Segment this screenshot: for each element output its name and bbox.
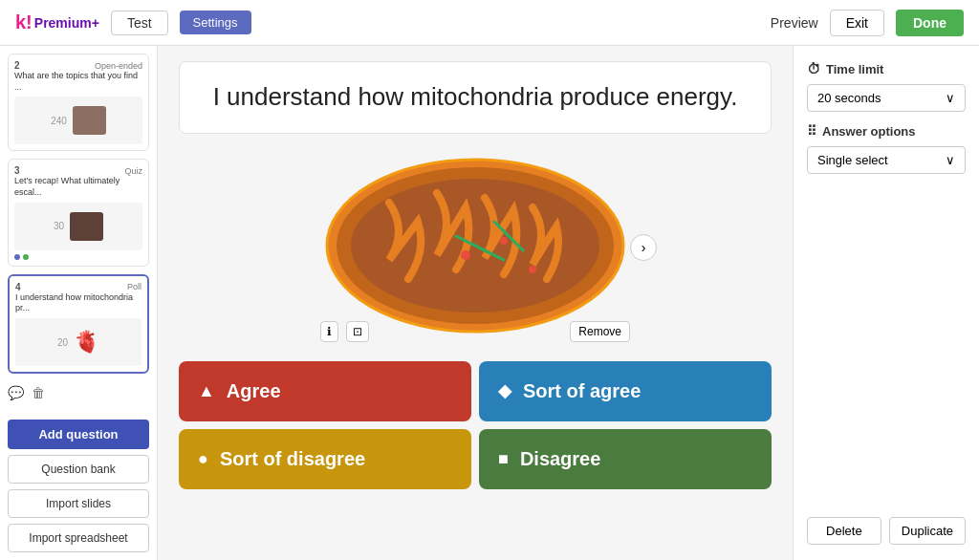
time-limit-chevron-icon: ∨ bbox=[946, 91, 955, 105]
slide-thumb-4: 20 🫀 bbox=[15, 318, 141, 366]
mitochondria-image bbox=[313, 145, 638, 346]
answer-options-label: Answer options bbox=[822, 124, 916, 139]
sort-disagree-icon: ● bbox=[198, 449, 208, 469]
slide-item-4[interactable]: 4 Poll I understand how mitochondria pr.… bbox=[8, 274, 149, 374]
logo: k! Premium+ bbox=[15, 11, 99, 33]
question-text: I understand how mitochondria produce en… bbox=[208, 81, 742, 114]
next-chevron[interactable]: › bbox=[630, 234, 657, 261]
slide-type-4: Poll bbox=[127, 282, 141, 291]
main-content: I understand how mitochondria produce en… bbox=[158, 46, 793, 560]
slide-type-2: Open-ended bbox=[95, 61, 142, 71]
duplicate-button[interactable]: Duplicate bbox=[889, 517, 966, 545]
answer-options-section: ⠿ Answer options Single select ∨ bbox=[807, 123, 966, 174]
svg-point-3 bbox=[461, 250, 470, 260]
delete-button[interactable]: Delete bbox=[807, 517, 881, 545]
disagree-label: Disagree bbox=[520, 448, 601, 470]
settings-button[interactable]: Settings bbox=[180, 11, 251, 34]
chat-icon[interactable]: 💬 bbox=[8, 385, 24, 400]
slide-item-3[interactable]: 3 Quiz Let's recap! What ultimately esca… bbox=[8, 159, 149, 266]
sort-agree-label: Sort of agree bbox=[523, 380, 641, 402]
question-bank-button[interactable]: Question bank bbox=[8, 455, 149, 484]
right-panel: ⏱ Time limit 20 seconds ∨ ⠿ Answer optio… bbox=[793, 46, 979, 560]
disagree-icon: ■ bbox=[498, 449, 509, 469]
remove-button[interactable]: Remove bbox=[570, 321, 630, 342]
slide-text-3: Let's recap! What ultimately escal... bbox=[14, 176, 142, 198]
sidebar: 2 Open-ended What are the topics that yo… bbox=[0, 46, 158, 560]
slide-number-4: 4 bbox=[15, 282, 21, 292]
clock-icon: ⏱ bbox=[807, 61, 820, 76]
slide-thumb-2: 240 bbox=[14, 97, 142, 144]
media-wrapper: ℹ ⊡ Remove › bbox=[313, 145, 638, 350]
add-question-button[interactable]: Add question bbox=[8, 420, 149, 449]
answer-agree-button[interactable]: ▲ Agree bbox=[179, 361, 471, 421]
exit-button[interactable]: Exit bbox=[830, 10, 884, 36]
done-button[interactable]: Done bbox=[896, 10, 964, 36]
info-button[interactable]: ℹ bbox=[320, 321, 338, 342]
options-icon: ⠿ bbox=[807, 123, 816, 139]
svg-point-4 bbox=[500, 237, 508, 245]
logo-k: k! bbox=[15, 11, 33, 33]
answer-sort-disagree-button[interactable]: ● Sort of disagree bbox=[179, 429, 471, 489]
time-limit-value: 20 seconds bbox=[817, 91, 881, 105]
slide-text-4: I understand how mitochondria pr... bbox=[15, 292, 141, 314]
slide-type-3: Quiz bbox=[124, 166, 142, 176]
slide-number-2: 2 bbox=[14, 60, 20, 71]
slide-item-2[interactable]: 2 Open-ended What are the topics that yo… bbox=[8, 54, 149, 151]
answer-sort-agree-button[interactable]: ◆ Sort of agree bbox=[479, 361, 772, 421]
time-limit-section: ⏱ Time limit 20 seconds ∨ bbox=[807, 61, 966, 112]
import-spreadsheet-button[interactable]: Import spreadsheet bbox=[8, 524, 149, 552]
answer-disagree-button[interactable]: ■ Disagree bbox=[479, 429, 772, 489]
sidebar-icons: 💬 🗑 bbox=[8, 381, 149, 404]
svg-point-5 bbox=[529, 266, 536, 273]
answer-options-dropdown[interactable]: Single select ∨ bbox=[807, 146, 966, 174]
trash-icon[interactable]: 🗑 bbox=[32, 385, 45, 400]
crop-button[interactable]: ⊡ bbox=[346, 321, 369, 342]
sort-agree-icon: ◆ bbox=[498, 380, 511, 401]
logo-premium-text: Premium+ bbox=[34, 15, 99, 31]
answer-options-chevron-icon: ∨ bbox=[946, 153, 955, 167]
answer-options-value: Single select bbox=[817, 153, 888, 167]
slide-thumb-3: 30 bbox=[14, 203, 142, 250]
media-controls: ℹ ⊡ bbox=[320, 321, 369, 342]
slide-number-3: 3 bbox=[14, 165, 20, 176]
preview-button[interactable]: Preview bbox=[771, 15, 818, 31]
answers-grid: ▲ Agree ◆ Sort of agree ● Sort of disagr… bbox=[179, 361, 772, 489]
slide-text-2: What are the topics that you find ... bbox=[14, 71, 142, 93]
sidebar-actions: Add question Question bank Import slides… bbox=[8, 420, 149, 552]
agree-icon: ▲ bbox=[198, 381, 215, 401]
import-slides-button[interactable]: Import slides bbox=[8, 489, 149, 518]
time-limit-label: Time limit bbox=[826, 62, 883, 76]
panel-footer: Delete Duplicate bbox=[807, 517, 966, 545]
agree-label: Agree bbox=[227, 380, 281, 402]
sort-disagree-label: Sort of disagree bbox=[220, 448, 365, 470]
test-tab[interactable]: Test bbox=[111, 11, 168, 35]
time-limit-dropdown[interactable]: 20 seconds ∨ bbox=[807, 84, 966, 112]
question-box: I understand how mitochondria produce en… bbox=[179, 61, 772, 134]
